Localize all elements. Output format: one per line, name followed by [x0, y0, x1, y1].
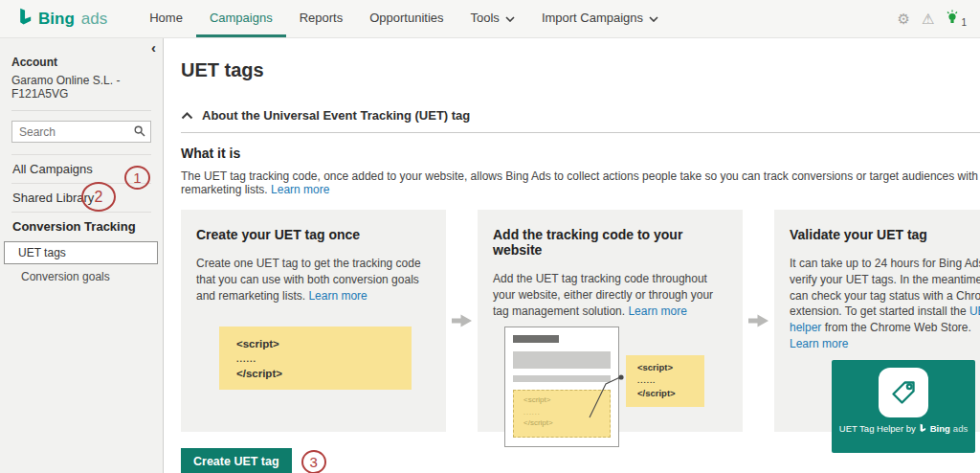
create-uet-tag-button[interactable]: Create UET tag — [181, 448, 292, 473]
card1-title: Create your UET tag once — [196, 227, 431, 242]
card-create-uet-tag: Create your UET tag once Create one UET … — [181, 210, 446, 432]
step-arrow-icon — [743, 210, 774, 432]
script-snippet-box: <script> ...... </script> — [219, 327, 412, 390]
about-uet-title: About the Universal Event Tracking (UET)… — [202, 108, 470, 123]
sidebar: ‹ Account Garamo Online S.L. - F121A5VG … — [0, 38, 164, 473]
tag-icon — [888, 377, 919, 408]
chevron-up-icon — [181, 106, 193, 124]
content-row: ‹ Account Garamo Online S.L. - F121A5VG … — [0, 38, 980, 473]
nav-import-campaigns[interactable]: Import Campaigns — [528, 0, 672, 37]
script-close-tag: </script> — [523, 417, 610, 430]
wireframe-title-bar — [513, 335, 559, 343]
page-title: UET tags — [181, 59, 980, 81]
script-open-tag: <script> — [236, 336, 412, 352]
notification-count: 1 — [961, 17, 967, 28]
step-arrow-icon — [446, 210, 478, 432]
gear-icon[interactable]: ⚙ — [898, 11, 910, 26]
nav-home[interactable]: Home — [136, 0, 196, 37]
card1-text: Create one UET tag to get the tracking c… — [196, 256, 431, 304]
logo-text-ads: ads — [81, 10, 107, 29]
sidebar-item-conversion-tracking[interactable]: Conversion Tracking — [11, 212, 151, 240]
nav-import-label: Import Campaigns — [542, 11, 643, 25]
what-it-is-text: The UET tag tracking code, once added to… — [181, 169, 980, 196]
script-dots: ...... — [236, 353, 412, 367]
search-input[interactable] — [11, 121, 151, 143]
nav-reports[interactable]: Reports — [286, 0, 357, 37]
bing-logo-icon — [919, 423, 927, 435]
nav-opportunities[interactable]: Opportunities — [356, 0, 457, 37]
uet-tag-helper-badge: UET Tag Helper by Bing ads — [832, 360, 975, 453]
wireframe-content-bar — [513, 375, 611, 382]
card2-learn-more-link[interactable]: Learn more — [628, 304, 686, 318]
account-label: Account — [11, 56, 151, 69]
uet-steps-cards: Create your UET tag once Create one UET … — [181, 210, 980, 432]
bing-ads-logo[interactable]: Bing ads — [0, 0, 136, 37]
lightbulb-icon — [946, 10, 959, 28]
badge-caption: UET Tag Helper by Bing ads — [832, 423, 975, 435]
nav-tools-label: Tools — [471, 11, 500, 25]
account-name: Garamo Online S.L. - F121A5VG — [11, 74, 151, 101]
card-validate-uet-tag: Validate your UET tag It can take up to … — [774, 210, 980, 432]
main-nav: Home Campaigns Reports Opportunities Too… — [136, 0, 672, 37]
sidebar-item-uet-tags[interactable]: UET tags — [4, 241, 158, 264]
embedded-script-placeholder: <script> ...... </script> — [513, 390, 611, 438]
script-snippet-note: <script> ...... </script> — [626, 355, 704, 407]
script-open-tag: <script> — [637, 361, 704, 374]
tag-helper-tile — [879, 368, 928, 417]
annotation-circle-1: 1 — [124, 166, 150, 190]
about-uet-collapsible-header[interactable]: About the Universal Event Tracking (UET)… — [181, 106, 980, 133]
sidebar-collapse-icon[interactable]: ‹ — [151, 39, 156, 56]
script-close-tag: </script> — [236, 366, 412, 382]
card2-title: Add the tracking code to your website — [493, 227, 727, 258]
nav-tools[interactable]: Tools — [457, 0, 528, 37]
logo-text-bing: Bing — [38, 10, 75, 29]
card3-text: It can take up to 24 hours for Bing Ads … — [790, 256, 980, 352]
badge-caption-text: UET Tag Helper by — [839, 423, 916, 434]
annotation-circle-3: 3 — [301, 450, 326, 473]
chevron-down-icon — [649, 11, 658, 25]
script-open-tag: <script> — [523, 394, 610, 407]
card3-body-after: from the Chrome Web Store. — [825, 321, 971, 334]
script-dots: ...... — [637, 375, 704, 387]
card3-learn-more-link[interactable]: Learn more — [790, 337, 848, 350]
script-close-tag: </script> — [637, 387, 704, 400]
bing-ads-app: Bing ads Home Campaigns Reports Opportun… — [0, 0, 980, 473]
badge-bing-text: Bing — [930, 423, 950, 434]
card2-text: Add the UET tag tracking code throughout… — [493, 271, 727, 319]
nav-campaigns[interactable]: Campaigns — [196, 0, 286, 37]
script-dots: ...... — [523, 407, 610, 417]
wireframe-content-bar — [513, 351, 611, 369]
webpage-wireframe: <script> ...... </script> — [504, 327, 619, 447]
opportunities-bulb[interactable]: 1 — [946, 10, 967, 28]
main-content: UET tags About the Universal Event Track… — [164, 38, 980, 473]
badge-ads-text: ads — [953, 423, 968, 434]
topbar-utility-icons: ⚙ ⚠ 1 — [898, 0, 980, 37]
warning-icon[interactable]: ⚠ — [922, 11, 934, 26]
card3-body-before: It can take up to 24 hours for Bing Ads … — [790, 257, 980, 318]
card3-title: Validate your UET tag — [790, 227, 980, 242]
website-tagging-illustration: <script> ...... </script> <script> .....… — [493, 327, 727, 453]
sidebar-search — [11, 121, 151, 143]
top-navigation-bar: Bing ads Home Campaigns Reports Opportun… — [0, 0, 980, 38]
annotation-circle-2: 2 — [81, 182, 116, 212]
what-it-is-heading: What it is — [181, 146, 980, 161]
card-add-tracking-code: Add the tracking code to your website Ad… — [478, 210, 743, 432]
sidebar-divider — [11, 110, 151, 111]
search-icon[interactable] — [134, 125, 145, 140]
card1-learn-more-link[interactable]: Learn more — [308, 289, 367, 303]
chevron-down-icon — [505, 11, 515, 25]
what-it-is-learn-more-link[interactable]: Learn more — [271, 183, 329, 196]
bing-logo-icon — [17, 8, 34, 30]
sidebar-item-conversion-goals[interactable]: Conversion goals — [11, 267, 151, 287]
